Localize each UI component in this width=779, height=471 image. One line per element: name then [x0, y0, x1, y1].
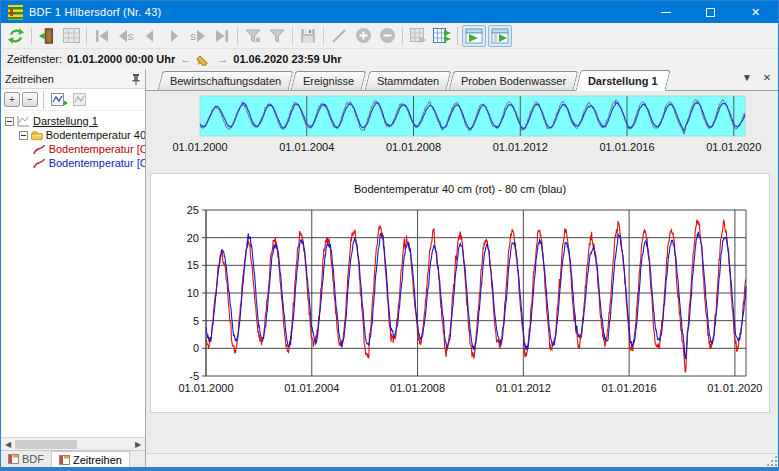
export-panel-left-button[interactable] [462, 25, 486, 47]
tab-close-icon[interactable]: ✕ [760, 72, 774, 83]
save-button[interactable] [296, 25, 320, 47]
exit-button[interactable] [35, 25, 59, 47]
maximize-icon [706, 8, 715, 17]
nav-next-icon [167, 29, 181, 43]
toolbar-separator [43, 91, 44, 109]
tree-item-label: Darstellung 1 [33, 115, 98, 127]
tree-item-bodentemperatur-40cm[interactable]: Bodentemperatur 40 cm [1, 128, 145, 142]
svg-text:01.01.2008: 01.01.2008 [386, 141, 441, 153]
table-view-button[interactable] [59, 25, 83, 47]
minimize-button[interactable] [643, 1, 688, 23]
svg-text:20: 20 [187, 232, 199, 244]
table-secondary-button[interactable] [406, 25, 430, 47]
scroll-right-icon[interactable]: ▶ [131, 438, 145, 450]
toolbar-separator [457, 27, 458, 45]
bottom-tab-label: BDF [22, 453, 44, 465]
sidebar-toolbar: + − [1, 89, 145, 111]
filter-clear-button[interactable] [241, 25, 265, 47]
app-window: BDF 1 Hilbersdorf (Nr. 43) ✕ [0, 0, 779, 471]
expander-icon[interactable] [19, 131, 28, 140]
tab-stammdaten[interactable]: Stammdaten [364, 71, 451, 90]
remove-timeseries-icon [73, 93, 89, 107]
svg-text:0: 0 [193, 342, 199, 354]
edit-pencil-icon[interactable] [196, 53, 212, 66]
tab-bewirtschaftungsdaten[interactable]: Bewirtschaftungsdaten [158, 71, 294, 90]
nav-next-page-button[interactable]: S [186, 25, 210, 47]
nav-prev-page-button[interactable]: S [114, 25, 138, 47]
toolbar-separator [31, 27, 32, 45]
minus-icon: − [27, 95, 33, 105]
main-chart-card: Bodentemperatur 40 cm (rot) - 80 cm (bla… [150, 173, 770, 413]
table-secondary-icon [410, 28, 427, 43]
svg-text:15: 15 [187, 259, 199, 271]
time-window-end: 01.06.2020 23:59 Uhr [233, 53, 341, 65]
resize-grip-icon[interactable] [766, 455, 777, 466]
export-panel-right-button[interactable] [488, 25, 512, 47]
expand-all-button[interactable]: + [4, 92, 20, 107]
toolbar-separator [323, 27, 324, 45]
zoom-in-button[interactable] [351, 25, 375, 47]
remove-timeseries-button[interactable] [71, 89, 91, 111]
table-export-button[interactable] [430, 25, 454, 47]
tab-list-dropdown-icon[interactable]: ▼ [740, 72, 754, 83]
tab-label: Bewirtschaftungsdaten [170, 75, 281, 87]
save-icon [300, 28, 316, 44]
svg-text:01.01.2008: 01.01.2008 [390, 382, 445, 394]
window-title: BDF 1 Hilbersdorf (Nr. 43) [29, 6, 643, 18]
refresh-icon [7, 27, 25, 45]
svg-text:S: S [190, 32, 196, 42]
nav-next-button[interactable] [162, 25, 186, 47]
main-chart[interactable]: -5051015202501.01.200001.01.200401.01.20… [151, 174, 769, 412]
add-timeseries-button[interactable] [49, 89, 69, 111]
export-panel-left-icon [465, 28, 483, 44]
filter-button[interactable] [265, 25, 289, 47]
time-window-start: 01.01.2000 00:00 Uhr [67, 53, 175, 65]
add-timeseries-icon [51, 93, 67, 107]
svg-text:01.01.2020: 01.01.2020 [706, 141, 761, 153]
tab-label: Stammdaten [377, 75, 439, 87]
nav-last-button[interactable] [210, 25, 234, 47]
close-button[interactable]: ✕ [733, 1, 778, 23]
tree-item-series-red[interactable]: Bodentemperatur [C [1, 142, 145, 156]
timeseries-tree: Darstellung 1 Bodentemperatur 40 cm B [1, 111, 145, 437]
bottom-tab-bdf[interactable]: BDF [1, 451, 52, 467]
nav-first-button[interactable] [90, 25, 114, 47]
draw-line-button[interactable] [327, 25, 351, 47]
table-export-icon [433, 28, 452, 44]
export-panel-right-icon [491, 28, 509, 44]
expander-icon[interactable] [5, 117, 14, 126]
tab-label: Proben Bodenwasser [461, 75, 566, 87]
zoom-out-button[interactable] [375, 25, 399, 47]
svg-text:-5: -5 [189, 370, 199, 382]
svg-text:S: S [128, 32, 134, 42]
tab-darstellung-1[interactable]: Darstellung 1 [576, 70, 671, 91]
bottom-tab-label: Zeitreihen [73, 454, 122, 466]
tab-ereignisse[interactable]: Ereignisse [291, 71, 367, 90]
pin-icon[interactable] [131, 73, 141, 85]
maximize-button[interactable] [688, 1, 733, 23]
nav-prev-button[interactable] [138, 25, 162, 47]
nav-first-icon [94, 29, 110, 43]
toolbar-separator [402, 27, 403, 45]
nav-last-icon [214, 29, 230, 43]
bottom-tab-zeitreihen[interactable]: Zeitreihen [52, 451, 130, 467]
toolbar-separator [86, 27, 87, 45]
sidebar-hscrollbar[interactable]: ◀ ▶ [1, 437, 145, 450]
scroll-left-icon[interactable]: ◀ [1, 438, 15, 450]
window-border-bottom [1, 467, 778, 470]
toolbar-separator [237, 27, 238, 45]
tree-item-darstellung-1[interactable]: Darstellung 1 [1, 114, 145, 128]
zoom-out-icon [379, 27, 396, 44]
tab-proben-bodenwasser[interactable]: Proben Bodenwasser [449, 71, 579, 90]
form-icon [59, 455, 70, 465]
title-bar: BDF 1 Hilbersdorf (Nr. 43) ✕ [1, 1, 778, 23]
svg-text:01.01.2004: 01.01.2004 [284, 382, 339, 394]
refresh-button[interactable] [4, 25, 28, 47]
time-window-bar: Zeitfenster: 01.01.2000 00:00 Uhr ← → 01… [1, 49, 778, 69]
status-bar [146, 453, 778, 467]
overview-chart[interactable]: 01.01.200001.01.200401.01.200801.01.2012… [146, 94, 778, 160]
tree-item-series-blue[interactable]: Bodentemperatur [C [1, 156, 145, 170]
scrollbar-thumb[interactable] [15, 440, 77, 449]
collapse-all-button[interactable]: − [22, 92, 38, 107]
sidebar-bottom-tabs: BDF Zeitreihen [1, 450, 145, 467]
